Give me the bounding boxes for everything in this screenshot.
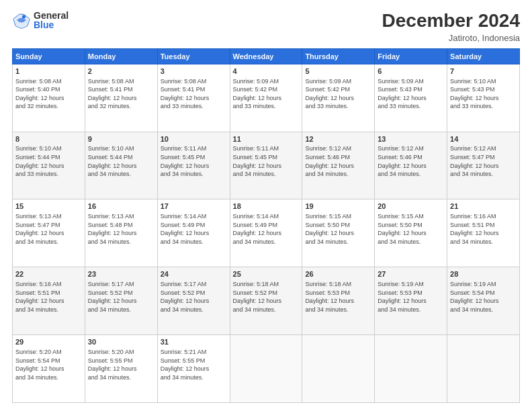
table-row: 10Sunrise: 5:11 AM Sunset: 5:45 PM Dayli…	[157, 132, 230, 199]
day-info: Sunrise: 5:21 AM Sunset: 5:55 PM Dayligh…	[161, 348, 227, 381]
day-number: 15	[15, 201, 82, 212]
day-info: Sunrise: 5:17 AM Sunset: 5:52 PM Dayligh…	[88, 280, 154, 314]
calendar-week-row: 8Sunrise: 5:10 AM Sunset: 5:44 PM Daylig…	[13, 132, 520, 199]
day-info: Sunrise: 5:20 AM Sunset: 5:55 PM Dayligh…	[88, 348, 154, 381]
day-info: Sunrise: 5:14 AM Sunset: 5:49 PM Dayligh…	[161, 212, 227, 246]
table-row: 9Sunrise: 5:10 AM Sunset: 5:44 PM Daylig…	[85, 132, 157, 199]
day-number: 16	[88, 201, 154, 212]
table-row: 7Sunrise: 5:10 AM Sunset: 5:43 PM Daylig…	[447, 64, 520, 132]
day-info: Sunrise: 5:20 AM Sunset: 5:54 PM Dayligh…	[15, 348, 82, 381]
day-number: 29	[15, 337, 82, 347]
day-number: 11	[233, 134, 300, 144]
calendar-week-row: 22Sunrise: 5:16 AM Sunset: 5:51 PM Dayli…	[13, 267, 520, 335]
day-info: Sunrise: 5:09 AM Sunset: 5:42 PM Dayligh…	[233, 77, 300, 111]
day-number: 5	[305, 66, 371, 77]
table-row: 6Sunrise: 5:09 AM Sunset: 5:43 PM Daylig…	[375, 64, 447, 132]
table-row: 19Sunrise: 5:15 AM Sunset: 5:50 PM Dayli…	[302, 199, 375, 267]
day-number: 4	[233, 66, 300, 77]
day-info: Sunrise: 5:14 AM Sunset: 5:49 PM Dayligh…	[233, 212, 300, 246]
day-info: Sunrise: 5:15 AM Sunset: 5:50 PM Dayligh…	[305, 212, 371, 246]
table-row: 5Sunrise: 5:09 AM Sunset: 5:42 PM Daylig…	[302, 64, 375, 132]
header-sunday: Sunday	[13, 48, 85, 64]
day-info: Sunrise: 5:08 AM Sunset: 5:41 PM Dayligh…	[88, 77, 154, 111]
day-number: 13	[378, 134, 444, 144]
table-row: 14Sunrise: 5:12 AM Sunset: 5:47 PM Dayli…	[447, 132, 520, 199]
page: General Blue December 2024 Jatiroto, Ind…	[0, 0, 532, 411]
day-info: Sunrise: 5:08 AM Sunset: 5:40 PM Dayligh…	[15, 77, 82, 111]
day-info: Sunrise: 5:10 AM Sunset: 5:44 PM Dayligh…	[15, 144, 82, 178]
table-row: 11Sunrise: 5:11 AM Sunset: 5:45 PM Dayli…	[230, 132, 302, 199]
day-info: Sunrise: 5:16 AM Sunset: 5:51 PM Dayligh…	[15, 280, 82, 314]
logo-icon	[12, 11, 31, 30]
table-row: 18Sunrise: 5:14 AM Sunset: 5:49 PM Dayli…	[230, 199, 302, 267]
calendar-week-row: 1Sunrise: 5:08 AM Sunset: 5:40 PM Daylig…	[13, 64, 520, 132]
table-row: 16Sunrise: 5:13 AM Sunset: 5:48 PM Dayli…	[85, 199, 157, 267]
month-title: December 2024	[382, 11, 520, 32]
header: General Blue December 2024 Jatiroto, Ind…	[12, 11, 520, 43]
day-number: 18	[233, 201, 300, 212]
location-subtitle: Jatiroto, Indonesia	[382, 33, 520, 43]
day-number: 3	[161, 66, 227, 77]
day-info: Sunrise: 5:19 AM Sunset: 5:54 PM Dayligh…	[450, 280, 517, 314]
table-row: 23Sunrise: 5:17 AM Sunset: 5:52 PM Dayli…	[85, 267, 157, 335]
title-block: December 2024 Jatiroto, Indonesia	[382, 11, 520, 43]
day-number: 1	[15, 66, 82, 77]
day-info: Sunrise: 5:13 AM Sunset: 5:47 PM Dayligh…	[15, 212, 82, 246]
day-info: Sunrise: 5:12 AM Sunset: 5:46 PM Dayligh…	[378, 144, 444, 178]
table-row: 2Sunrise: 5:08 AM Sunset: 5:41 PM Daylig…	[85, 64, 157, 132]
table-row: 22Sunrise: 5:16 AM Sunset: 5:51 PM Dayli…	[13, 267, 85, 335]
day-number: 30	[88, 337, 154, 347]
day-number: 20	[378, 201, 444, 212]
day-number: 28	[450, 269, 517, 279]
day-info: Sunrise: 5:18 AM Sunset: 5:53 PM Dayligh…	[305, 280, 371, 314]
table-row: 12Sunrise: 5:12 AM Sunset: 5:46 PM Dayli…	[302, 132, 375, 199]
day-number: 23	[88, 269, 154, 279]
day-info: Sunrise: 5:09 AM Sunset: 5:42 PM Dayligh…	[305, 77, 371, 111]
day-number: 10	[161, 134, 227, 144]
day-info: Sunrise: 5:10 AM Sunset: 5:44 PM Dayligh…	[88, 144, 154, 178]
day-number: 22	[15, 269, 82, 279]
table-row: 4Sunrise: 5:09 AM Sunset: 5:42 PM Daylig…	[230, 64, 302, 132]
table-row: 20Sunrise: 5:15 AM Sunset: 5:50 PM Dayli…	[375, 199, 447, 267]
table-row	[447, 335, 520, 403]
day-info: Sunrise: 5:19 AM Sunset: 5:53 PM Dayligh…	[378, 280, 444, 314]
day-info: Sunrise: 5:16 AM Sunset: 5:51 PM Dayligh…	[450, 212, 517, 246]
calendar-table: Sunday Monday Tuesday Wednesday Thursday…	[12, 48, 520, 403]
day-number: 27	[378, 269, 444, 279]
header-tuesday: Tuesday	[157, 48, 230, 64]
day-info: Sunrise: 5:18 AM Sunset: 5:52 PM Dayligh…	[233, 280, 300, 314]
logo-text: General Blue	[34, 11, 69, 30]
day-number: 19	[305, 201, 371, 212]
table-row: 13Sunrise: 5:12 AM Sunset: 5:46 PM Dayli…	[375, 132, 447, 199]
header-thursday: Thursday	[302, 48, 375, 64]
day-info: Sunrise: 5:11 AM Sunset: 5:45 PM Dayligh…	[233, 144, 300, 178]
day-number: 21	[450, 201, 517, 212]
day-number: 31	[161, 337, 227, 347]
day-info: Sunrise: 5:12 AM Sunset: 5:46 PM Dayligh…	[305, 144, 371, 178]
calendar-week-row: 29Sunrise: 5:20 AM Sunset: 5:54 PM Dayli…	[13, 335, 520, 403]
table-row: 31Sunrise: 5:21 AM Sunset: 5:55 PM Dayli…	[157, 335, 230, 403]
table-row	[302, 335, 375, 403]
table-row: 1Sunrise: 5:08 AM Sunset: 5:40 PM Daylig…	[13, 64, 85, 132]
table-row: 21Sunrise: 5:16 AM Sunset: 5:51 PM Dayli…	[447, 199, 520, 267]
day-info: Sunrise: 5:12 AM Sunset: 5:47 PM Dayligh…	[450, 144, 517, 178]
header-friday: Friday	[375, 48, 447, 64]
table-row: 15Sunrise: 5:13 AM Sunset: 5:47 PM Dayli…	[13, 199, 85, 267]
table-row: 28Sunrise: 5:19 AM Sunset: 5:54 PM Dayli…	[447, 267, 520, 335]
logo-general-text: General	[34, 11, 69, 20]
table-row: 27Sunrise: 5:19 AM Sunset: 5:53 PM Dayli…	[375, 267, 447, 335]
table-row	[375, 335, 447, 403]
table-row: 17Sunrise: 5:14 AM Sunset: 5:49 PM Dayli…	[157, 199, 230, 267]
day-info: Sunrise: 5:17 AM Sunset: 5:52 PM Dayligh…	[161, 280, 227, 314]
header-wednesday: Wednesday	[230, 48, 302, 64]
table-row: 25Sunrise: 5:18 AM Sunset: 5:52 PM Dayli…	[230, 267, 302, 335]
day-number: 6	[378, 66, 444, 77]
day-number: 26	[305, 269, 371, 279]
table-row: 8Sunrise: 5:10 AM Sunset: 5:44 PM Daylig…	[13, 132, 85, 199]
day-number: 8	[15, 134, 82, 144]
day-number: 12	[305, 134, 371, 144]
day-number: 25	[233, 269, 300, 279]
table-row: 29Sunrise: 5:20 AM Sunset: 5:54 PM Dayli…	[13, 335, 85, 403]
table-row: 3Sunrise: 5:08 AM Sunset: 5:41 PM Daylig…	[157, 64, 230, 132]
table-row: 26Sunrise: 5:18 AM Sunset: 5:53 PM Dayli…	[302, 267, 375, 335]
